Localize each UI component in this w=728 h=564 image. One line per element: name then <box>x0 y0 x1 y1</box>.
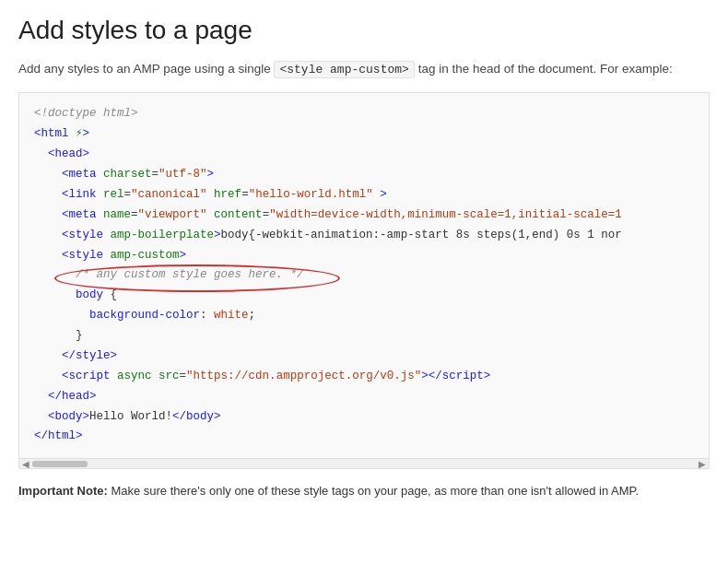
note-body: Make sure there's only one of these styl… <box>108 484 639 498</box>
horizontal-scrollbar[interactable]: ◀ ▶ <box>18 458 710 469</box>
note-bold-label: Important Note: <box>18 484 108 498</box>
code-content: <!doctype html> <html ⚡> <head> <meta ch… <box>19 93 709 458</box>
page-title: Add styles to a page <box>18 15 710 46</box>
scroll-thumb[interactable] <box>32 461 88 467</box>
code-block: <!doctype html> <html ⚡> <head> <meta ch… <box>18 92 710 458</box>
inline-code: <style amp-custom> <box>274 61 414 78</box>
intro-text: Add any styles to an AMP page using a si… <box>18 59 710 80</box>
scroll-right-arrow[interactable]: ▶ <box>698 459 707 468</box>
scroll-left-arrow[interactable]: ◀ <box>21 459 30 468</box>
important-note: Important Note: Make sure there's only o… <box>18 482 710 501</box>
